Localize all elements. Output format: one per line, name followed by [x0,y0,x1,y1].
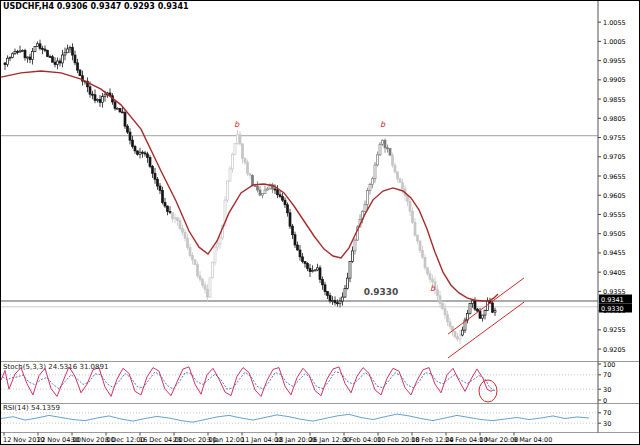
candle-body [307,263,309,268]
candle-body [259,190,261,195]
candle-body [104,95,106,97]
candle-body [147,154,149,158]
candle-body [179,221,181,229]
candle-body [232,154,234,169]
time-axis-label: 9 Mar 04:00 [513,436,552,444]
candle-body [349,261,351,278]
candle-body [282,197,284,201]
candle-body [4,63,6,65]
price-axis-label: 0.9505 [603,230,626,238]
candle-body [379,144,381,155]
candle-body [494,310,496,312]
candle-body [324,285,326,292]
candle-body [474,301,476,309]
candle-body [144,153,146,154]
candle-body [159,186,161,190]
candle-body [132,140,134,146]
candle-body [289,213,291,226]
price-axis-label: 0.9205 [603,346,626,354]
candle-body [97,99,99,100]
candle-body [54,62,56,64]
moving-average-line [1,71,498,301]
candle-body [309,268,311,271]
candle-body [277,190,279,195]
rsi-indicator-label: RSI(14) 54.1359 [3,404,60,412]
candle-body [469,303,471,313]
candle-body [389,149,391,155]
candle-body [364,204,366,211]
price-axis-label: 0.9805 [603,115,626,123]
candle-body [39,44,41,49]
chart-canvas[interactable]: bbb1.00551.00050.99550.99050.98550.98050… [1,1,639,444]
candle-body [424,257,426,267]
candle-body [409,201,411,211]
candle-body [417,235,419,241]
candle-body [129,132,131,140]
candles-layer [4,40,496,345]
candle-body [352,251,354,261]
candle-body [72,47,74,55]
candle-body [74,55,76,63]
candle-body [312,270,314,271]
candle-body [477,309,479,311]
candle-body [157,179,159,186]
candle-body [422,251,424,258]
candle-body [119,108,121,112]
candle-body [117,108,119,109]
candle-body [139,152,141,154]
indicator-axis-label: 30 [603,420,611,428]
candle-body [294,235,296,245]
candle-body [319,268,321,280]
price-axis-label: 0.9455 [603,249,626,257]
candle-body [57,61,59,64]
candle-body [162,190,164,202]
candle-body [439,296,441,303]
price-axis-label: 0.9705 [603,153,626,161]
candle-body [314,270,316,271]
candle-body [369,185,371,191]
candle-body [302,257,304,262]
candle-body [177,218,179,221]
candle-body [17,51,19,52]
channel-layer [448,278,524,358]
candle-body [392,155,394,165]
candle-body [399,179,401,183]
candle-body [279,195,281,197]
candle-body [197,265,199,276]
candle-body [442,303,444,308]
price-axis-label: 1.0005 [603,38,626,46]
candle-body [252,176,254,186]
candle-body [207,289,209,297]
candle-body [172,212,174,218]
candle-body [127,126,129,132]
candle-body [22,50,24,51]
price-tag-label: 0.9330 [601,305,624,313]
candle-body [444,309,446,315]
candle-body [19,51,21,52]
candle-body [187,238,189,247]
stoch-indicator-label: Stoch(5,3,3) 24.5316 31.0891 [3,363,108,371]
candle-body [397,172,399,179]
candle-body [414,222,416,235]
candle-body [217,244,219,247]
price-axis-label: 0.9405 [603,269,626,277]
candle-body [484,310,486,315]
candle-body [332,301,334,302]
b-annotation: b [380,120,386,129]
candle-body [229,169,231,181]
candle-body [202,279,204,285]
candle-body [27,57,29,58]
candle-body [459,335,461,339]
stoch-signal-circle [479,380,497,402]
candle-body [264,190,266,193]
b-annotation: b [234,120,240,129]
price-level-annotation: 0.9330 [345,287,417,297]
candle-body [382,140,384,144]
candle-body [267,189,269,190]
candle-body [432,279,434,281]
time-axis-label: 3 Jan 12:00 [207,436,244,444]
candle-body [149,158,151,167]
candle-body [492,303,494,312]
candle-body [402,183,404,189]
price-axis-label: 0.9755 [603,134,626,142]
